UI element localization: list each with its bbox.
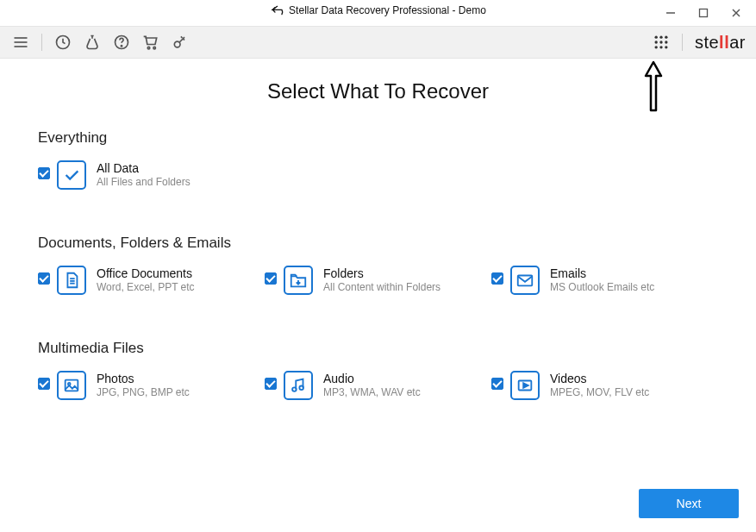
window-title: Stellar Data Recovery Professional - Dem… xyxy=(289,4,486,16)
option-title: Photos xyxy=(97,371,190,386)
document-icon[interactable] xyxy=(57,266,86,295)
option-all-data: All Data All Files and Folders xyxy=(38,160,265,190)
folder-icon[interactable] xyxy=(284,266,313,295)
apps-grid-icon[interactable] xyxy=(653,34,670,51)
email-icon[interactable] xyxy=(510,266,540,295)
option-title: All Data xyxy=(97,160,191,176)
option-title: Office Documents xyxy=(97,266,195,281)
photo-icon[interactable] xyxy=(57,371,86,400)
checkbox-folders[interactable] xyxy=(265,272,277,285)
key-icon[interactable] xyxy=(172,34,189,51)
option-title: Audio xyxy=(323,371,421,386)
section-everything: Everything All Data All Files and Folder… xyxy=(38,129,718,190)
option-subtitle: All Files and Folders xyxy=(97,176,191,190)
section-documents: Documents, Folders & Emails Office Docum… xyxy=(38,235,718,295)
option-subtitle: MP3, WMA, WAV etc xyxy=(323,386,421,400)
option-videos: Videos MPEG, MOV, FLV etc xyxy=(491,371,718,400)
svg-point-10 xyxy=(147,47,150,48)
section-multimedia: Multimedia Files Photos JPG, PNG, BMP et… xyxy=(38,340,718,400)
next-button[interactable]: Next xyxy=(639,489,739,518)
option-subtitle: Word, Excel, PPT etc xyxy=(97,281,195,295)
svg-point-20 xyxy=(659,46,662,48)
checkbox-audio[interactable] xyxy=(265,378,277,390)
option-folders: Folders All Content within Folders xyxy=(265,266,491,295)
toolbar-right: stellar xyxy=(653,33,746,53)
section-title-multimedia: Multimedia Files xyxy=(38,340,718,357)
toolbar-separator xyxy=(41,34,42,51)
page-title: Select What To Recover xyxy=(38,79,718,103)
video-icon[interactable] xyxy=(510,371,540,400)
lab-icon[interactable] xyxy=(84,34,101,51)
checkbox-emails[interactable] xyxy=(491,272,503,285)
toolbar-separator xyxy=(682,34,683,51)
svg-point-11 xyxy=(153,47,156,48)
menu-button[interactable] xyxy=(12,34,29,51)
svg-point-21 xyxy=(665,46,667,48)
option-subtitle: MPEG, MOV, FLV etc xyxy=(550,386,649,400)
svg-point-12 xyxy=(174,41,180,47)
cart-icon[interactable] xyxy=(142,34,159,51)
svg-point-13 xyxy=(654,36,657,39)
svg-point-19 xyxy=(654,46,657,48)
history-icon[interactable] xyxy=(54,34,72,51)
svg-point-17 xyxy=(659,41,662,43)
option-subtitle: All Content within Folders xyxy=(323,281,440,295)
checkbox-videos[interactable] xyxy=(491,378,503,390)
toolbar: stellar xyxy=(0,26,756,59)
option-office-documents: Office Documents Word, Excel, PPT etc xyxy=(38,266,265,295)
svg-point-15 xyxy=(665,36,667,39)
checkbox-all-data[interactable] xyxy=(38,167,50,179)
option-audio: Audio MP3, WMA, WAV etc xyxy=(265,371,491,400)
svg-rect-1 xyxy=(700,9,708,17)
svg-point-9 xyxy=(121,46,122,47)
section-title-documents: Documents, Folders & Emails xyxy=(38,235,718,252)
toolbar-left xyxy=(12,34,189,51)
minimize-button[interactable] xyxy=(658,3,684,22)
svg-rect-26 xyxy=(66,380,78,391)
brand-logo: stellar xyxy=(695,33,746,53)
audio-icon[interactable] xyxy=(284,371,313,400)
svg-point-29 xyxy=(299,385,303,390)
all-data-icon[interactable] xyxy=(57,160,86,190)
checkbox-office[interactable] xyxy=(38,272,50,285)
footer: Next xyxy=(639,489,739,518)
option-photos: Photos JPG, PNG, BMP etc xyxy=(38,371,265,400)
checkbox-photos[interactable] xyxy=(38,378,50,390)
title-bar: Stellar Data Recovery Professional - Dem… xyxy=(0,0,756,26)
svg-point-16 xyxy=(654,41,657,43)
option-subtitle: MS Outlook Emails etc xyxy=(550,281,654,295)
option-subtitle: JPG, PNG, BMP etc xyxy=(97,386,190,400)
maximize-button[interactable] xyxy=(690,3,716,22)
help-icon[interactable] xyxy=(113,34,130,51)
svg-point-14 xyxy=(659,36,662,39)
option-title: Folders xyxy=(323,266,440,281)
main-content: Select What To Recover Everything All Da… xyxy=(0,59,756,400)
back-icon xyxy=(270,3,284,17)
title-bar-center: Stellar Data Recovery Professional - Dem… xyxy=(270,3,486,17)
window-controls xyxy=(658,3,749,22)
option-emails: Emails MS Outlook Emails etc xyxy=(491,266,718,295)
option-title: Videos xyxy=(550,371,649,386)
svg-point-28 xyxy=(292,387,297,391)
option-title: Emails xyxy=(550,266,654,281)
svg-point-18 xyxy=(665,41,667,43)
section-title-everything: Everything xyxy=(38,129,718,147)
close-button[interactable] xyxy=(723,3,749,22)
